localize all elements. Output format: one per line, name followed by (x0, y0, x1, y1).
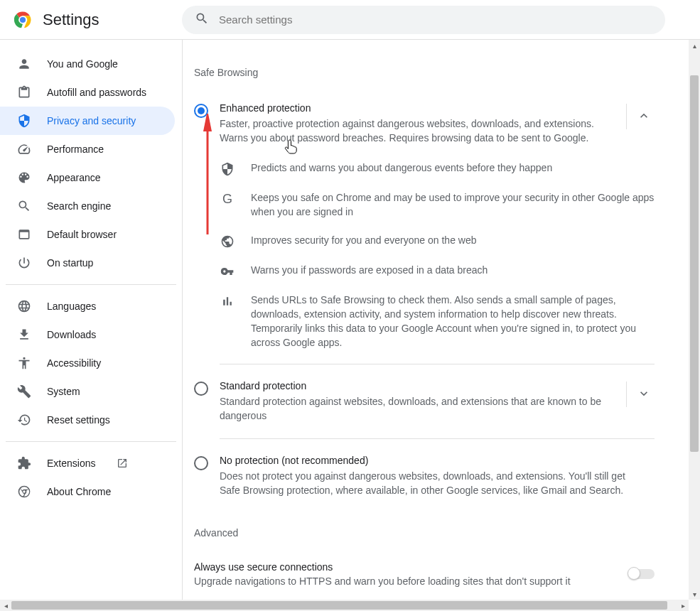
download-icon (17, 328, 31, 342)
option-enhanced-protection[interactable]: Enhanced protection Faster, proactive pr… (194, 94, 655, 153)
restore-icon (17, 413, 31, 427)
scroll-up-icon[interactable]: ▴ (689, 40, 700, 51)
google-g-icon: G (220, 192, 235, 207)
detail-text: Sends URLs to Safe Browsing to check the… (251, 293, 655, 350)
sidebar-item-label: System (47, 386, 80, 397)
sidebar-item-label: Autofill and passwords (47, 87, 146, 98)
radio-none[interactable] (194, 456, 208, 470)
sidebar-item-system[interactable]: System (0, 377, 175, 406)
sidebar-item-default-browser[interactable]: Default browser (0, 220, 175, 249)
globe-icon (17, 299, 31, 313)
wrench-icon (17, 384, 31, 399)
chevron-down-icon (637, 386, 651, 403)
sidebar-item-label: Search engine (47, 200, 111, 212)
chrome-outline-icon (17, 485, 31, 499)
sidebar-item-you-and-google[interactable]: You and Google (0, 50, 175, 78)
accessibility-icon (17, 356, 31, 370)
radio-standard[interactable] (194, 382, 208, 396)
sidebar: You and Google Autofill and passwords Pr… (0, 40, 182, 611)
option-no-protection[interactable]: No protection (not recommended) Does not… (194, 446, 655, 506)
search-icon (195, 11, 209, 28)
vertical-scrollbar[interactable]: ▴ ▾ (689, 40, 700, 600)
detail-text: Keeps you safe on Chrome and may be used… (251, 190, 655, 219)
option-title: No protection (not recommended) (220, 455, 647, 466)
sidebar-item-search-engine[interactable]: Search engine (0, 192, 175, 220)
sidebar-item-on-startup[interactable]: On startup (0, 249, 175, 277)
search-box[interactable] (182, 6, 665, 34)
detail-text: Predicts and warns you about dangerous e… (251, 161, 552, 175)
detail-row: Improves security for you and everyone o… (220, 226, 655, 256)
sidebar-item-label: About Chrome (47, 486, 111, 497)
sidebar-item-label: Languages (47, 301, 96, 312)
scroll-right-icon[interactable]: ▸ (677, 600, 689, 611)
advanced-heading: Advanced (194, 527, 655, 539)
sidebar-item-privacy[interactable]: Privacy and security (0, 107, 175, 135)
scroll-left-icon[interactable]: ◂ (0, 600, 11, 611)
sidebar-item-label: Privacy and security (47, 115, 136, 126)
option-title: Standard protection (220, 380, 618, 391)
bar-chart-icon (220, 294, 235, 308)
radio-enhanced[interactable] (194, 104, 208, 118)
speedometer-icon (17, 142, 31, 156)
detail-row: Sends URLs to Safe Browsing to check the… (220, 286, 655, 357)
key-icon (220, 264, 235, 279)
public-icon (220, 234, 235, 249)
person-icon (17, 57, 31, 71)
scroll-down-icon[interactable]: ▾ (689, 588, 700, 600)
sidebar-item-extensions[interactable]: Extensions (0, 449, 175, 477)
sidebar-item-label: On startup (47, 257, 93, 269)
external-link-icon (117, 458, 128, 469)
extension-icon (17, 456, 31, 470)
sidebar-item-downloads[interactable]: Downloads (0, 320, 175, 349)
scrollbar-thumb[interactable] (690, 75, 699, 452)
sidebar-item-label: Accessibility (47, 357, 101, 369)
sidebar-item-label: Extensions (47, 458, 95, 469)
sidebar-item-label: You and Google (47, 58, 118, 70)
sidebar-item-performance[interactable]: Performance (0, 135, 175, 163)
search-input[interactable] (219, 13, 652, 26)
header: Settings (0, 0, 700, 40)
divider (220, 364, 655, 364)
svg-point-2 (20, 16, 26, 22)
detail-row: Warns you if passwords are exposed in a … (220, 256, 655, 286)
toggle-desc: Upgrade navigations to HTTPS and warn yo… (194, 575, 618, 587)
divider (220, 438, 655, 439)
sidebar-item-languages[interactable]: Languages (0, 292, 175, 320)
chrome-logo-icon (14, 11, 31, 28)
content-area: Safe Browsing Enhanced protection Faster… (182, 40, 700, 611)
power-icon (17, 256, 31, 270)
search-icon (17, 199, 31, 213)
section-heading: Safe Browsing (194, 67, 655, 78)
chevron-up-icon (637, 109, 651, 125)
option-desc: Standard protection against websites, do… (220, 394, 618, 423)
sidebar-item-about[interactable]: About Chrome (0, 477, 175, 506)
detail-row: Predicts and warns you about dangerous e… (220, 153, 655, 183)
detail-row: G Keeps you safe on Chrome and may be us… (220, 183, 655, 226)
shield-icon (220, 162, 235, 176)
collapse-button[interactable] (626, 104, 652, 129)
option-standard-protection[interactable]: Standard protection Standard protection … (194, 372, 655, 431)
expand-button[interactable] (626, 382, 652, 407)
sidebar-item-label: Performance (47, 144, 104, 155)
scrollbar-thumb[interactable] (11, 601, 667, 610)
sidebar-item-label: Appearance (47, 172, 101, 183)
horizontal-scrollbar[interactable]: ◂ ▸ (0, 600, 689, 611)
sidebar-item-label: Reset settings (47, 414, 110, 426)
sidebar-item-reset[interactable]: Reset settings (0, 406, 175, 434)
option-desc: Does not protect you against dangerous w… (220, 469, 647, 497)
sidebar-item-label: Downloads (47, 329, 96, 340)
option-desc: Faster, proactive protection against dan… (220, 117, 618, 145)
toggle-https[interactable] (629, 569, 655, 579)
toggle-row-https: Always use secure connections Upgrade na… (194, 553, 655, 595)
option-title: Enhanced protection (220, 102, 618, 114)
palette-icon (17, 171, 31, 185)
sidebar-item-accessibility[interactable]: Accessibility (0, 349, 175, 377)
sidebar-item-autofill[interactable]: Autofill and passwords (0, 78, 175, 107)
sidebar-item-appearance[interactable]: Appearance (0, 163, 175, 192)
divider (6, 284, 176, 285)
detail-text: Improves security for you and everyone o… (251, 233, 477, 247)
toggle-title: Always use secure connections (194, 561, 618, 573)
sidebar-item-label: Default browser (47, 229, 117, 240)
browser-window-icon (17, 227, 31, 242)
detail-text: Warns you if passwords are exposed in a … (251, 263, 488, 277)
